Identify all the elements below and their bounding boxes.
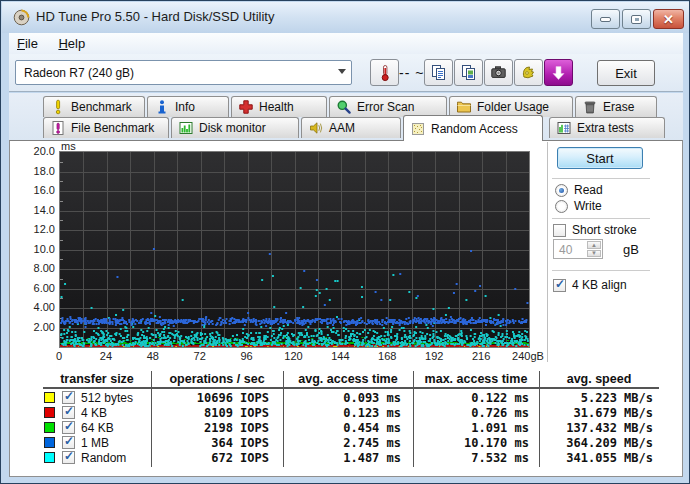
exclamation-icon [50, 99, 66, 115]
menu-file[interactable]: File [9, 33, 46, 54]
table-header-rule [43, 387, 659, 389]
copy-image-icon [460, 64, 477, 81]
y-axis-tick: 18.0 [1, 165, 55, 177]
temperature-button[interactable] [370, 59, 399, 86]
start-button[interactable]: Start [557, 147, 643, 169]
kb-align-row[interactable]: 4 KB align [553, 278, 627, 292]
series-checkbox[interactable] [62, 436, 75, 449]
kb-align-checkbox[interactable] [553, 279, 566, 292]
update-button[interactable] [544, 59, 573, 86]
chart-table-icon [556, 120, 572, 136]
menu-help[interactable]: Help [50, 33, 93, 54]
start-label: Start [586, 151, 613, 166]
tab-extra-tests[interactable]: Extra tests [549, 117, 665, 138]
write-radio[interactable] [555, 200, 568, 213]
tab-error-scan[interactable]: Error Scan [329, 96, 447, 117]
series-label: 64 KB [81, 421, 114, 435]
x-axis-tick: 96 [240, 350, 252, 362]
tab-disk-monitor[interactable]: Disk monitor [171, 117, 299, 138]
spin-down-icon[interactable]: ▼ [587, 250, 601, 258]
series-checkbox[interactable] [62, 451, 75, 464]
max-access-value: 7.532 ms [413, 451, 529, 465]
tab-file-benchmark-label: File Benchmark [71, 121, 154, 135]
x-axis-tick: 72 [194, 350, 206, 362]
screenshot-button[interactable] [484, 59, 513, 86]
short-stroke-label: Short stroke [572, 223, 637, 237]
toolbar: Radeon R7 (240 gB) -- ~C Exit [9, 54, 683, 92]
col-header-operations: operations / sec [151, 372, 283, 386]
minimize-icon [600, 17, 611, 22]
read-radio-row[interactable]: Read [555, 183, 603, 197]
short-stroke-size-input[interactable]: 40 ▲ ▼ [553, 239, 603, 259]
read-radio[interactable] [555, 184, 568, 197]
chart-controls-divider [547, 142, 548, 362]
donate-button[interactable] [514, 59, 543, 86]
x-axis-tick: 144 [331, 350, 349, 362]
series-label: Random [81, 451, 126, 465]
series-color-swatch [44, 452, 55, 463]
series-checkbox[interactable] [62, 391, 75, 404]
tab-folder-usage-label: Folder Usage [477, 100, 549, 114]
minimize-button[interactable] [591, 9, 620, 29]
series-color-swatch [44, 392, 55, 403]
max-access-value: 0.122 ms [413, 391, 529, 405]
app-icon [13, 9, 30, 26]
tab-aam[interactable]: AAM [301, 117, 401, 138]
tab-erase-label: Erase [603, 100, 634, 114]
maximize-button[interactable] [622, 9, 651, 29]
short-stroke-unit-label: gB [623, 242, 639, 257]
exit-button[interactable]: Exit [597, 60, 655, 86]
title-bar[interactable]: HD Tune Pro 5.50 - Hard Disk/SSD Utility… [2, 2, 690, 33]
close-icon: ✕ [663, 13, 674, 26]
avg-speed-value: 31.679 MB/s [539, 406, 653, 420]
series-checkbox[interactable] [62, 421, 75, 434]
short-stroke-row[interactable]: Short stroke [553, 223, 637, 237]
col-header-max-access: max. access time [413, 372, 539, 386]
tab-erase[interactable]: Erase [575, 96, 657, 117]
avg-speed-value: 5.223 MB/s [539, 391, 653, 405]
random-access-scatter-chart [59, 151, 530, 348]
max-access-value: 1.091 ms [413, 421, 529, 435]
menu-bar: File Help [9, 33, 683, 54]
camera-icon [490, 64, 507, 81]
x-axis-tick: 216 [472, 350, 490, 362]
tab-random-access[interactable]: Random Access [403, 115, 543, 141]
ops-value: 364 IOPS [151, 436, 269, 450]
short-stroke-checkbox[interactable] [553, 224, 566, 237]
tab-disk-monitor-label: Disk monitor [199, 121, 266, 135]
tab-error-scan-label: Error Scan [357, 100, 414, 114]
separator [552, 178, 650, 179]
folder-icon [456, 99, 472, 115]
tab-file-benchmark[interactable]: File Benchmark [43, 117, 169, 138]
tab-folder-usage[interactable]: Folder Usage [449, 96, 573, 117]
y-axis-tick: 8.00 [1, 262, 55, 274]
col-header-avg-access: avg. access time [283, 372, 413, 386]
info-icon [154, 99, 170, 115]
table-row: 4 KB 8109 IOPS 0.123 ms 0.726 ms 31.679 … [1, 406, 690, 421]
avg-speed-value: 341.055 MB/s [539, 451, 653, 465]
drive-select[interactable]: Radeon R7 (240 gB) [15, 60, 352, 85]
close-button[interactable]: ✕ [653, 9, 684, 29]
series-label: 1 MB [81, 436, 109, 450]
tab-info[interactable]: Info [147, 96, 229, 117]
spin-up-icon[interactable]: ▲ [587, 241, 601, 249]
copy-text-button[interactable] [424, 59, 453, 86]
thermometer-icon [377, 64, 393, 82]
series-checkbox[interactable] [62, 406, 75, 419]
kb-align-label: 4 KB align [572, 278, 627, 292]
y-axis-tick: 6.00 [1, 282, 55, 294]
avg-access-value: 0.093 ms [283, 391, 401, 405]
copy-image-button[interactable] [454, 59, 483, 86]
tab-benchmark[interactable]: Benchmark [43, 96, 145, 117]
write-radio-row[interactable]: Write [555, 199, 602, 213]
speaker-icon [308, 120, 324, 136]
update-download-icon [551, 65, 566, 81]
y-axis-tick: 10.0 [1, 243, 55, 255]
x-axis-tick: 240gB [512, 350, 544, 362]
tab-health[interactable]: Health [231, 96, 327, 117]
avg-speed-value: 137.432 MB/s [539, 421, 653, 435]
x-axis-tick: 0 [56, 350, 62, 362]
max-access-value: 10.170 ms [413, 436, 529, 450]
tab-benchmark-label: Benchmark [71, 100, 132, 114]
table-row: 512 bytes 10696 IOPS 0.093 ms 0.122 ms 5… [1, 391, 690, 406]
